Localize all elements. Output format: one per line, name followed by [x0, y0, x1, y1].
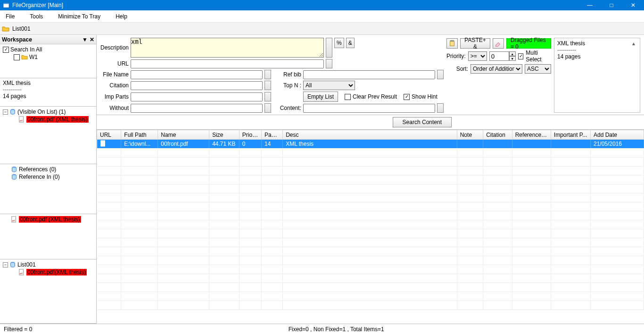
citation-picker[interactable] — [264, 81, 271, 90]
close-panel-icon[interactable]: ✕ — [90, 36, 94, 43]
spin-down-icon[interactable]: ▼ — [509, 56, 516, 61]
table-row[interactable] — [97, 265, 644, 274]
table-row[interactable] — [97, 202, 644, 211]
col-name[interactable]: Name — [158, 130, 209, 140]
table-row[interactable] — [97, 292, 644, 301]
col-references[interactable]: References... — [512, 130, 551, 140]
cell-size[interactable]: 44.71 KB — [209, 140, 239, 149]
list-root-label[interactable]: List001 — [17, 261, 36, 268]
impparts-picker[interactable] — [264, 92, 271, 101]
clear-prev-checkbox[interactable] — [345, 94, 351, 100]
without-picker[interactable] — [264, 103, 271, 113]
table-row[interactable] — [97, 220, 644, 229]
priority-value-input[interactable] — [489, 51, 509, 61]
cell-name[interactable]: 00front.pdf — [158, 140, 209, 149]
references-label[interactable]: References (0) — [19, 166, 56, 173]
refbib-input[interactable] — [303, 70, 435, 79]
maximize-button[interactable]: □ — [601, 0, 622, 10]
table-row[interactable] — [97, 238, 644, 247]
filename-input[interactable] — [131, 70, 263, 79]
col-fullpath[interactable]: Full Path — [121, 130, 158, 140]
close-button[interactable]: ✕ — [622, 0, 644, 10]
col-priority[interactable]: Priority — [239, 130, 261, 140]
citation-input[interactable] — [131, 81, 263, 90]
col-important[interactable]: Important P... — [551, 130, 590, 140]
single-file-node[interactable]: 00front.pdf (XML thesis) — [19, 216, 81, 223]
menu-minimize-tray[interactable]: Minimize To Tray — [55, 12, 103, 21]
col-desc[interactable]: Desc — [283, 130, 457, 140]
workspace-w1[interactable]: W1 — [29, 54, 38, 60]
dropdown-icon[interactable]: ▼ — [82, 36, 88, 43]
priority-value-spinner[interactable]: ▲▼ — [489, 51, 516, 61]
description-input[interactable] — [131, 38, 324, 58]
priority-op-select[interactable]: >= — [468, 51, 487, 61]
content-picker[interactable] — [437, 103, 444, 113]
cell-fullpath[interactable]: E:\downl... — [121, 140, 158, 149]
percent-button[interactable]: % — [334, 38, 344, 48]
table-row[interactable] — [97, 283, 644, 292]
visible-child[interactable]: 00front.pdf (XML thesis) — [26, 116, 89, 123]
w1-checkbox[interactable] — [14, 54, 20, 60]
search-content-button[interactable]: Search Content — [393, 117, 452, 127]
col-size[interactable]: Size — [209, 130, 239, 140]
cell-priority[interactable]: 0 — [239, 140, 261, 149]
topn-select[interactable]: All — [303, 81, 355, 90]
results-grid[interactable]: URL Full Path Name Size Priority Pages D… — [97, 129, 644, 324]
sort-dir-select[interactable]: ASC — [525, 64, 551, 74]
erase-button[interactable] — [493, 38, 504, 49]
cell-note[interactable] — [457, 140, 483, 149]
cell-pages[interactable]: 14 — [262, 140, 283, 149]
menu-file[interactable]: File — [3, 12, 17, 21]
table-row[interactable]: pd E:\downl... 00front.pdf 44.71 KB 0 14… — [97, 140, 644, 149]
visible-on-list-label[interactable]: (Visible On List) (1) — [17, 109, 66, 115]
table-row[interactable] — [97, 229, 644, 238]
table-row[interactable] — [97, 167, 644, 175]
empty-list-button[interactable]: Empty List — [303, 92, 338, 102]
table-row[interactable] — [97, 247, 644, 256]
list-expander[interactable]: − — [3, 262, 8, 267]
paste-tool-button[interactable] — [446, 38, 458, 49]
col-pages[interactable]: Pages — [262, 130, 283, 140]
table-row[interactable] — [97, 175, 644, 184]
table-row[interactable] — [97, 149, 644, 158]
cell-url[interactable]: pd — [97, 140, 121, 149]
col-adddate[interactable]: Add Date — [590, 130, 644, 140]
scroll-up-icon[interactable]: ▴ — [632, 40, 639, 47]
impparts-input[interactable] — [131, 92, 263, 101]
table-row[interactable] — [97, 158, 644, 167]
table-row[interactable] — [97, 274, 644, 283]
multi-select-checkbox[interactable] — [518, 53, 524, 59]
without-input[interactable] — [131, 104, 263, 113]
minimize-button[interactable]: ― — [579, 0, 601, 10]
amp-button[interactable]: & — [346, 38, 355, 48]
url-input[interactable] — [131, 59, 324, 68]
refbib-picker[interactable] — [437, 70, 444, 79]
list-child[interactable]: 00front.pdf(XML thesis) — [26, 269, 87, 276]
col-citation[interactable]: Citation — [483, 130, 512, 140]
visible-expander[interactable]: − — [3, 109, 8, 115]
table-row[interactable] — [97, 256, 644, 265]
col-note[interactable]: Note — [457, 130, 483, 140]
cell-desc[interactable]: XML thesis — [283, 140, 457, 149]
show-hint-checkbox[interactable] — [404, 94, 410, 100]
col-url[interactable]: URL — [97, 130, 121, 140]
list-name[interactable]: List001 — [12, 25, 31, 32]
cell-references[interactable] — [512, 140, 551, 149]
description-picker[interactable] — [326, 38, 332, 58]
table-row[interactable] — [97, 211, 644, 220]
cell-citation[interactable] — [483, 140, 512, 149]
table-row[interactable] — [97, 193, 644, 202]
cell-important[interactable] — [551, 140, 590, 149]
content-input[interactable] — [303, 104, 435, 113]
menu-help[interactable]: Help — [113, 12, 130, 21]
table-row[interactable] — [97, 184, 644, 193]
sort-field-select[interactable]: Order of Addition — [471, 64, 522, 74]
grid-header-row[interactable]: URL Full Path Name Size Priority Pages D… — [97, 130, 644, 140]
reference-in-label[interactable]: Reference In (0) — [19, 174, 60, 180]
search-in-all-checkbox[interactable] — [3, 47, 9, 53]
table-row[interactable] — [97, 301, 644, 310]
menu-tools[interactable]: Tools — [27, 12, 46, 21]
url-picker[interactable] — [326, 59, 332, 68]
paste-amp-button[interactable]: PASTE+ & — [460, 38, 490, 49]
spin-up-icon[interactable]: ▲ — [509, 51, 516, 56]
